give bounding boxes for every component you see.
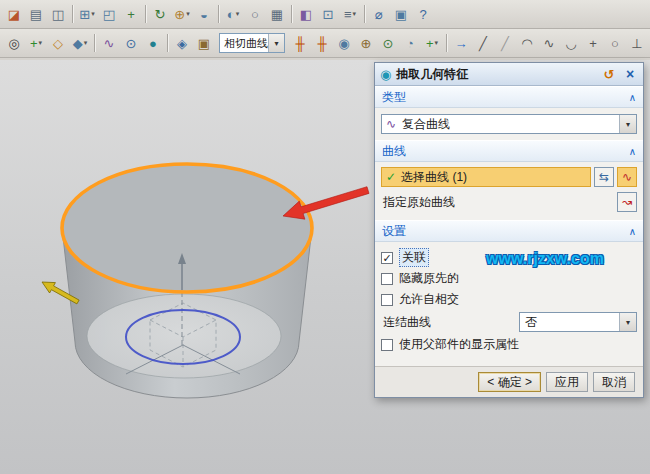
datum-plane-icon[interactable]: ◇ — [48, 33, 68, 53]
app-logo-icon[interactable]: ◪ — [4, 4, 24, 24]
cancel-button[interactable]: 取消 — [593, 372, 635, 392]
curve-rule-icon: ∿ — [622, 170, 632, 184]
allow-self-intersect-label: 允许自相交 — [399, 291, 459, 308]
use-parent-display-checkbox-row[interactable]: 使用父部件的显示属性 — [381, 334, 637, 355]
wireframe-display-icon[interactable]: ○ — [245, 4, 265, 24]
layout-icon[interactable]: ▤ — [26, 4, 46, 24]
sphere-icon[interactable]: ● — [143, 33, 163, 53]
selection-filter-icon[interactable]: ◎ — [4, 33, 24, 53]
perpendicular-icon[interactable]: ⊥ — [627, 33, 647, 53]
toolbar-separator — [72, 5, 73, 23]
edges-display-icon[interactable]: ▦ — [267, 4, 287, 24]
fit-view-icon[interactable]: ⊞▾ — [77, 4, 97, 24]
toolbar-separator — [446, 34, 447, 52]
conic-icon[interactable]: ◡ — [561, 33, 581, 53]
join-curves-combo[interactable]: 否 ▾ — [519, 312, 637, 332]
snap-intersection-icon[interactable]: ⊕ — [356, 33, 376, 53]
section-header-settings[interactable]: 设置 ∧ — [375, 220, 643, 242]
line-icon[interactable]: ╱ — [473, 33, 493, 53]
curve-rule-combo[interactable]: 相切曲线 ▾ — [219, 33, 285, 53]
extract-geometry-dialog: ◉ 抽取几何特征 ↺ × 类型 ∧ ∿ 复合曲线 ▾ 曲线 ∧ ✓ — [374, 62, 644, 398]
pan-icon[interactable]: + — [121, 4, 141, 24]
layer-settings-icon[interactable]: ≡▾ — [340, 4, 360, 24]
create-sketch-icon[interactable]: +▾ — [26, 33, 46, 53]
spline-icon[interactable]: ∿ — [539, 33, 559, 53]
ok-button[interactable]: < 确定 > — [478, 372, 541, 392]
extrude-icon[interactable]: ◆▾ — [70, 33, 90, 53]
snap-quadrant-icon[interactable]: ◔ — [400, 33, 420, 53]
plus-icon[interactable]: + — [583, 33, 603, 53]
shaded-display-icon[interactable]: ◐▾ — [223, 4, 243, 24]
origin-curve-icon: ↝ — [622, 195, 632, 209]
snap-endpoint-icon[interactable]: ╫ — [312, 33, 332, 53]
close-icon[interactable]: × — [622, 66, 638, 82]
chevron-down-icon[interactable]: ▾ — [619, 313, 636, 331]
snapshot-icon[interactable]: ⊡ — [318, 4, 338, 24]
snap-midpoint-icon[interactable]: ◉ — [334, 33, 354, 53]
chevron-up-icon: ∧ — [629, 92, 636, 103]
toolbar-row2-curve-group: ╱╱◠∿◡+○⊥∠⋯ — [472, 33, 650, 53]
zoom-icon[interactable]: ◰ — [99, 4, 119, 24]
section-view-icon[interactable]: ◧ — [296, 4, 316, 24]
dialog-title-bar[interactable]: ◉ 抽取几何特征 ↺ × — [375, 63, 643, 86]
snap-toggle-icon[interactable]: → — [451, 33, 471, 53]
point-icon[interactable]: ⊙ — [121, 33, 141, 53]
dialog-footer: < 确定 > 应用 取消 — [375, 366, 643, 397]
settings-header-label: 设置 — [382, 223, 629, 240]
allow-self-intersect-checkbox[interactable] — [381, 294, 393, 306]
hide-original-checkbox[interactable] — [381, 273, 393, 285]
orient-view-icon[interactable]: ⊕▾ — [172, 4, 192, 24]
active-curve-rule-button[interactable]: ∿ — [617, 167, 637, 187]
nx-application-window: ◪▤◫⊞▾◰+↻⊕▾◒◐▾○▦◧⊡≡▾⌀▣? ◎+▾◇◆▾∿⊙●◈▣ 相切曲线 … — [0, 0, 650, 474]
toolbar-row2-left-group: ◎+▾◇◆▾∿⊙●◈▣ — [3, 33, 215, 53]
toolbar-row-2: ◎+▾◇◆▾∿⊙●◈▣ 相切曲线 ▾ ╫╫◉⊕⊙◔+▾→ ╱╱◠∿◡+○⊥∠⋯ — [0, 29, 650, 58]
chevron-down-icon: ▾ — [353, 10, 357, 18]
associative-checkbox[interactable]: ✓ — [381, 252, 393, 264]
reset-icon[interactable]: ↺ — [601, 67, 617, 82]
swap-selection-icon: ⇆ — [599, 170, 609, 184]
arc-icon[interactable]: ◠ — [517, 33, 537, 53]
join-curves-row: 连结曲线 否 ▾ — [381, 310, 637, 334]
extract-feature-icon: ◉ — [380, 67, 391, 82]
chevron-down-icon[interactable]: ▾ — [619, 115, 636, 133]
selection-intent-button[interactable]: ⇆ — [594, 167, 614, 187]
curve-header-label: 曲线 — [382, 143, 629, 160]
chevron-up-icon: ∧ — [629, 146, 636, 157]
window-icon[interactable]: ◫ — [48, 4, 68, 24]
preferences-icon[interactable]: ▣ — [391, 4, 411, 24]
section-header-curve[interactable]: 曲线 ∧ — [375, 140, 643, 162]
snap-existing-point-icon[interactable]: +▾ — [422, 33, 442, 53]
hide-original-checkbox-row[interactable]: 隐藏原先的 — [381, 268, 637, 289]
perspective-icon[interactable]: ◒ — [194, 4, 214, 24]
curve-section-body: ✓ 选择曲线 (1) ⇆ ∿ 指定原始曲线 ↝ — [375, 162, 643, 220]
circle-icon[interactable]: ○ — [605, 33, 625, 53]
watermark: www.rjzxw.com — [486, 250, 604, 268]
toolbar-separator — [364, 5, 365, 23]
select-curve-label: 选择曲线 (1) — [401, 169, 467, 186]
rotate-view-icon[interactable]: ↻ — [150, 4, 170, 24]
toolbar-separator — [145, 5, 146, 23]
assembly-icon[interactable]: ▣ — [194, 33, 214, 53]
curve-icon[interactable]: ∿ — [99, 33, 119, 53]
join-curves-label: 连结曲线 — [381, 314, 519, 331]
curve-type-combo[interactable]: ∿ 复合曲线 ▾ — [381, 114, 637, 134]
help-icon[interactable]: ? — [413, 4, 433, 24]
select-curve-field[interactable]: ✓ 选择曲线 (1) — [381, 167, 591, 187]
chevron-down-icon: ▾ — [91, 10, 95, 18]
join-curves-value: 否 — [520, 314, 619, 331]
chevron-down-icon[interactable]: ▾ — [268, 34, 284, 52]
origin-curve-button[interactable]: ↝ — [617, 192, 637, 212]
apply-button[interactable]: 应用 — [546, 372, 588, 392]
use-parent-display-label: 使用父部件的显示属性 — [399, 336, 519, 353]
section-header-type[interactable]: 类型 ∧ — [375, 86, 643, 108]
snap-center-icon[interactable]: ⊙ — [378, 33, 398, 53]
allow-self-intersect-checkbox-row[interactable]: 允许自相交 — [381, 289, 637, 310]
use-parent-display-checkbox[interactable] — [381, 339, 393, 351]
part-icon[interactable]: ◈ — [172, 33, 192, 53]
type-section-body: ∿ 复合曲线 ▾ — [375, 108, 643, 140]
toolbar-row-1: ◪▤◫⊞▾◰+↻⊕▾◒◐▾○▦◧⊡≡▾⌀▣? — [0, 0, 650, 29]
curve-rule-value: 相切曲线 — [220, 36, 268, 51]
measure-icon[interactable]: ⌀ — [369, 4, 389, 24]
line-alt-icon[interactable]: ╱ — [495, 33, 515, 53]
snap-point-icon[interactable]: ╫ — [290, 33, 310, 53]
